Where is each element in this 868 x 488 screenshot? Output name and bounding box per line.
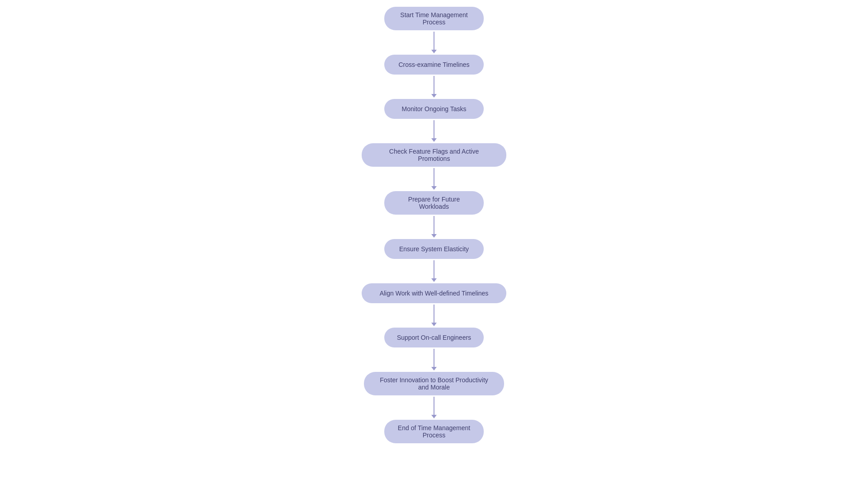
flow-node-align[interactable]: Align Work with Well-defined Timelines (362, 283, 506, 303)
connector-3 (431, 167, 437, 191)
connector-line (434, 397, 434, 415)
connector-line (434, 305, 434, 323)
flow-node-start[interactable]: Start Time Management Process (384, 7, 484, 30)
flow-node-check-flags[interactable]: Check Feature Flags and Active Promotion… (362, 143, 506, 167)
connector-line (434, 349, 434, 367)
connector-7 (431, 347, 437, 372)
flow-node-cross-examine[interactable]: Cross-examine Timelines (384, 55, 484, 75)
flow-node-ensure[interactable]: Ensure System Elasticity (384, 239, 484, 259)
connector-arrow (431, 234, 437, 238)
connector-0 (431, 30, 437, 55)
connector-8 (431, 395, 437, 420)
connector-line (434, 168, 434, 186)
connector-line (434, 260, 434, 278)
connector-5 (431, 259, 437, 283)
flow-node-prepare[interactable]: Prepare for Future Workloads (384, 191, 484, 215)
connector-arrow (431, 367, 437, 371)
connector-arrow (431, 323, 437, 326)
connector-arrow (431, 415, 437, 418)
flow-node-foster[interactable]: Foster Innovation to Boost Productivity … (364, 372, 504, 395)
connector-arrow (431, 278, 437, 282)
flow-node-support[interactable]: Support On-call Engineers (384, 328, 484, 347)
flowchart: Start Time Management ProcessCross-exami… (362, 2, 506, 448)
connector-arrow (431, 186, 437, 190)
connector-arrow (431, 138, 437, 142)
connector-arrow (431, 50, 437, 53)
flow-node-end[interactable]: End of Time Management Process (384, 420, 484, 443)
connector-6 (431, 303, 437, 328)
flow-node-monitor[interactable]: Monitor Ongoing Tasks (384, 99, 484, 119)
connector-4 (431, 215, 437, 239)
connector-line (434, 32, 434, 50)
connector-line (434, 76, 434, 94)
connector-line (434, 216, 434, 234)
connector-2 (431, 119, 437, 143)
connector-arrow (431, 94, 437, 98)
connector-1 (431, 75, 437, 99)
connector-line (434, 120, 434, 138)
